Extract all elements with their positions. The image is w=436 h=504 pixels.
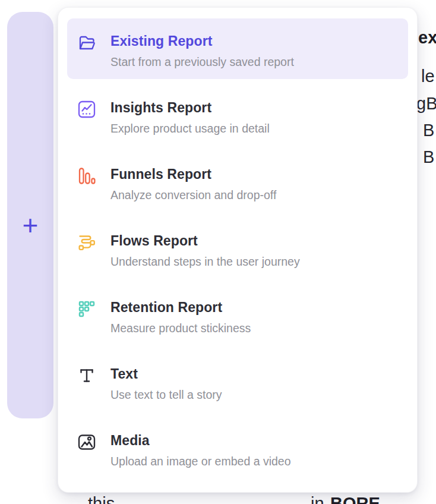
occluded-text-fragment: gB (416, 94, 436, 114)
occluded-text-fragment: ex (418, 29, 436, 48)
menu-item-subtitle: Understand steps in the user journey (110, 254, 300, 269)
occluded-text-fragment: B (423, 121, 434, 140)
menu-item-existing-report[interactable]: Existing Report Start from a previously … (67, 18, 408, 79)
occluded-text-fragment: B (423, 148, 434, 167)
menu-item-subtitle: Start from a previously saved report (110, 55, 294, 69)
menu-item-title: Media (110, 432, 291, 449)
menu-item-title: Insights Report (110, 99, 270, 116)
menu-item-title: Funnels Report (110, 166, 276, 182)
menu-item-subtitle: Measure product stickiness (110, 321, 251, 335)
open-folder-icon (77, 33, 96, 52)
menu-item-retention-report[interactable]: Retention Report Measure product stickin… (67, 285, 408, 345)
menu-item-text[interactable]: Text Use text to tell a story (67, 351, 408, 412)
text-type-icon (77, 366, 96, 385)
menu-item-title: Existing Report (110, 33, 294, 49)
menu-item-title: Text (110, 366, 222, 382)
screen: ex le gB B B this in BORE + Existing Rep… (0, 0, 436, 504)
add-card-menu: Existing Report Start from a previously … (58, 7, 418, 493)
flows-path-icon (77, 233, 96, 252)
menu-item-title: Flows Report (110, 232, 300, 249)
occluded-text-fragment: in (311, 494, 324, 504)
retention-grid-icon (77, 300, 96, 319)
menu-item-flows-report[interactable]: Flows Report Understand steps in the use… (67, 218, 408, 279)
add-card-button[interactable]: + (7, 212, 53, 239)
menu-item-title: Retention Report (110, 299, 251, 316)
board-add-rail: + (7, 12, 53, 418)
menu-item-subtitle: Upload an image or embed a video (110, 454, 291, 468)
menu-item-subtitle: Analyze conversion and drop-off (110, 188, 276, 202)
menu-item-media[interactable]: Media Upload an image or embed a video (67, 418, 408, 478)
insights-chart-icon (77, 100, 96, 119)
menu-item-subtitle: Use text to tell a story (110, 388, 222, 402)
occluded-text-fragment: this (88, 494, 115, 504)
menu-item-subtitle: Explore product usage in detail (110, 121, 270, 136)
menu-item-insights-report[interactable]: Insights Report Explore product usage in… (67, 85, 408, 146)
menu-item-funnels-report[interactable]: Funnels Report Analyze conversion and dr… (67, 152, 408, 212)
funnel-bars-icon (77, 166, 96, 185)
media-image-icon (77, 433, 96, 452)
occluded-text-fragment: BORE (330, 494, 380, 504)
occluded-text-fragment: le (421, 67, 435, 86)
